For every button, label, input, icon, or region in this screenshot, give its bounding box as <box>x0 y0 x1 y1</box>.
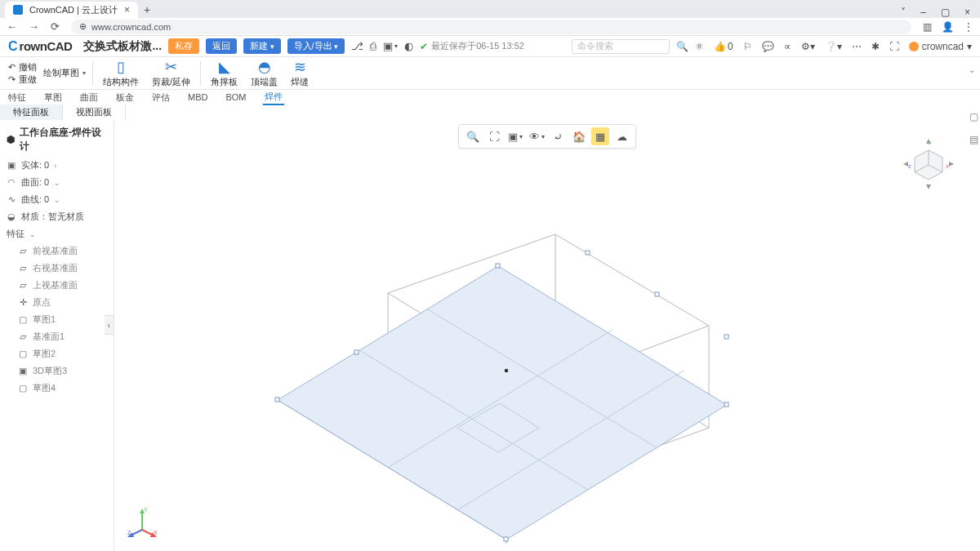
end-cap-button[interactable]: ◓顶端盖 <box>244 58 284 88</box>
branch-icon[interactable]: ⎇ <box>351 40 363 52</box>
close-icon[interactable]: × <box>124 4 130 16</box>
tag-icon[interactable]: ⚐ <box>743 41 752 52</box>
app-logo[interactable]: C rownCAD <box>8 39 72 54</box>
tree-item[interactable]: ▱右视基准面 <box>16 260 109 277</box>
compare-icon[interactable]: ◐ <box>404 40 413 52</box>
view-gizmo[interactable]: Y X Z <box>900 136 957 193</box>
url-field[interactable]: ⊕ www.crowncad.com <box>71 20 911 34</box>
tab-sketch[interactable]: 草图 <box>42 91 64 104</box>
viewport[interactable]: 🔍 ⛶ ▣ 👁 ⤾ 🏠 ▦ ☁ <box>114 119 980 551</box>
tree-item[interactable]: ▢草图4 <box>16 380 109 397</box>
gusset-button[interactable]: ◣角撑板 <box>204 58 244 88</box>
tab-features[interactable]: 特征 <box>7 91 28 104</box>
avatar <box>909 42 919 51</box>
structural-member-button[interactable]: ▯结构构件 <box>96 58 145 88</box>
back-icon[interactable]: ← <box>7 20 17 33</box>
separator <box>200 61 201 86</box>
svg-rect-7 <box>496 264 500 268</box>
right-rail: ▢ ▤ <box>967 108 980 145</box>
chat-icon[interactable]: 💬 <box>762 41 774 52</box>
trim-extend-button[interactable]: ✂剪裁/延伸 <box>145 58 197 88</box>
browser-tab-strip: CrownCAD | 云上设计 × + ˅ – ▢ × <box>0 0 980 18</box>
tab-sheetmetal[interactable]: 板金 <box>114 91 136 104</box>
tree-item[interactable]: ▢草图2 <box>16 345 109 362</box>
svg-rect-11 <box>354 350 359 354</box>
close-window-icon[interactable]: × <box>964 7 970 18</box>
dots-icon[interactable]: ⋯ <box>852 41 862 52</box>
new-tab-button[interactable]: + <box>138 2 156 18</box>
reload-icon[interactable]: ⟳ <box>51 20 60 33</box>
tree-item[interactable]: ▱基准面1 <box>16 328 109 345</box>
tab-view-panel[interactable]: 视图面板 <box>63 104 126 120</box>
chevron-down-icon[interactable]: ˅ <box>901 7 906 18</box>
tree-item[interactable]: ▱上视基准面 <box>16 277 109 294</box>
print-icon[interactable]: ⎙ <box>370 40 376 52</box>
document-title: 交换式板材激... <box>83 39 162 54</box>
redo-button[interactable]: ↷重做 <box>8 73 37 86</box>
globe-icon: ⊕ <box>79 21 87 32</box>
new-button[interactable]: 新建 <box>243 38 281 54</box>
undo-button[interactable]: ↶撤销 <box>8 61 37 73</box>
tab-weldments[interactable]: 焊件 <box>263 90 284 105</box>
username: crowncad <box>922 41 964 52</box>
tab-surface[interactable]: 曲面 <box>78 91 100 104</box>
tools-icon[interactable]: ✱ <box>871 41 880 52</box>
tab-bom[interactable]: BOM <box>224 91 247 103</box>
app-top-bar: C rownCAD 交换式板材激... 私存 返回 新建 导入/导出 ⎇ ⎙ ▣… <box>0 36 980 57</box>
save-status: ✔最近保存于06-15 13:52 <box>420 40 524 52</box>
share-tree-icon[interactable]: ⚛ <box>695 41 704 52</box>
tab-evaluate[interactable]: 评估 <box>150 91 172 104</box>
tree-surfaces[interactable]: ◠曲面: 0⌄ <box>5 174 109 191</box>
tree-features-folder[interactable]: 特征⌄ <box>5 225 109 242</box>
sketch-dropdown[interactable]: 绘制草图 <box>43 67 86 79</box>
return-button[interactable]: 返回 <box>206 38 237 54</box>
forward-icon[interactable]: → <box>29 20 39 33</box>
tree-curves[interactable]: ∿曲线: 0⌄ <box>5 191 109 208</box>
save-mode-pill[interactable]: 私存 <box>168 38 199 54</box>
layers-icon[interactable]: ▤ <box>969 134 978 145</box>
extension-icon[interactable]: ▥ <box>923 21 932 33</box>
svg-marker-23 <box>926 184 931 189</box>
expand-toolbar-icon[interactable]: ⌄ <box>969 65 975 74</box>
tree-item[interactable]: ▢草图1 <box>16 311 109 328</box>
check-icon: ✔ <box>420 41 428 52</box>
tree-title[interactable]: ⬢工作台底座-焊件设计 <box>5 122 109 157</box>
tree-material[interactable]: ◒材质：暂无材质 <box>5 208 109 225</box>
tree-item[interactable]: ▣3D草图3 <box>16 362 109 380</box>
endcap-icon: ◓ <box>258 58 271 76</box>
share-icon[interactable]: ∝ <box>784 41 791 52</box>
tab-mbd[interactable]: MBD <box>186 91 209 103</box>
layer-icon[interactable]: ▣▾ <box>383 40 398 52</box>
menu-icon[interactable]: ⋮ <box>964 21 973 33</box>
help-icon[interactable]: ❔▾ <box>825 41 842 52</box>
panel-icon[interactable]: ▢ <box>969 111 978 122</box>
thumbs-up-button[interactable]: 👍0 <box>714 41 733 52</box>
gear-icon[interactable]: ⚙▾ <box>801 41 815 52</box>
svg-text:Z: Z <box>908 164 911 169</box>
sketch-icon: ▢ <box>18 383 28 393</box>
separator <box>92 61 93 86</box>
tab-feature-panel[interactable]: 特征面板 <box>0 104 63 120</box>
gusset-icon: ◣ <box>219 58 230 76</box>
axis-triad: Y X Z <box>126 507 158 540</box>
collapse-tree-button[interactable]: ‹ <box>105 315 114 335</box>
profile-icon[interactable]: 👤 <box>942 21 954 33</box>
search-icon[interactable]: 🔍 <box>676 41 688 52</box>
svg-rect-10 <box>586 251 590 255</box>
command-search-input[interactable]: 命令搜索 <box>572 39 670 54</box>
maximize-icon[interactable]: ▢ <box>941 7 950 18</box>
user-menu[interactable]: crowncad ▾ <box>909 41 972 52</box>
weld-bead-button[interactable]: ≋焊缝 <box>284 58 315 88</box>
tree-item[interactable]: ▱前视基准面 <box>16 242 109 260</box>
surface-icon: ◠ <box>7 177 16 188</box>
fullscreen-icon[interactable]: ⛶ <box>889 41 899 52</box>
minimize-icon[interactable]: – <box>920 7 926 18</box>
undo-icon: ↶ <box>8 62 16 73</box>
window-controls: ˅ – ▢ × <box>891 7 980 18</box>
tree-item[interactable]: ✛原点 <box>16 294 109 311</box>
svg-marker-25 <box>949 162 954 167</box>
browser-tab[interactable]: CrownCAD | 云上设计 × <box>5 2 138 18</box>
tree-entities[interactable]: ▣实体: 0› <box>5 157 109 174</box>
import-export-button[interactable]: 导入/导出 <box>287 38 345 54</box>
chevron-down-icon: ▾ <box>967 41 972 52</box>
